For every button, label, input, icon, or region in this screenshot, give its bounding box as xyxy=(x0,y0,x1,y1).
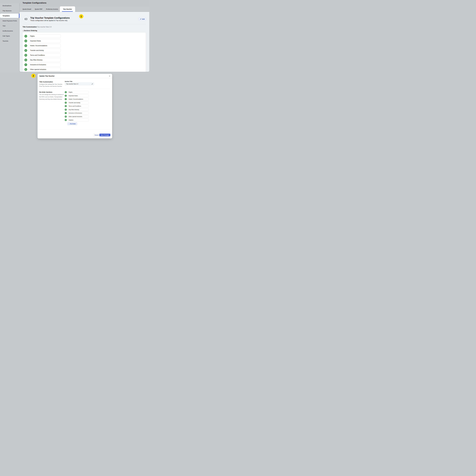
reorder-row: 5 Terms and Conditions xyxy=(65,105,89,107)
section-row: 5 Terms and Conditions xyxy=(24,53,146,57)
sidebar-item-label: Inc/Exclusions xyxy=(2,30,13,32)
reorder-button-label: Re-Order xyxy=(70,123,76,124)
tab-label: Quote PDF xyxy=(35,8,42,10)
sidebar-item-tc[interactable]: T&C xyxy=(0,23,19,28)
section-title-value: Trip voucher New 2.0 xyxy=(66,83,78,85)
section-label-box[interactable]: Day Wise Itinerary xyxy=(68,108,89,111)
sections-ordering-card: 1 Flights 2 Important Notes 3 Hotels / A… xyxy=(23,32,146,72)
tab-bar: Quote Email Quote PDF Proforma Invoice T… xyxy=(20,6,149,12)
section-label-box[interactable]: Flights xyxy=(68,91,89,93)
section-number-badge: 2 xyxy=(65,95,67,97)
reorder-row: 8 Other special inclusions xyxy=(65,115,89,118)
reorder-row: 3 Hotels / Accommodations xyxy=(65,98,89,101)
sidebar-item-label: Hotel Payment Prefs xyxy=(2,20,17,22)
panel-heading: Trip Voucher Template Configurations xyxy=(30,17,70,19)
section-number-badge: 1 xyxy=(24,35,27,37)
active-sidebar-indicator xyxy=(19,14,19,18)
section-label-box[interactable]: Important Notes xyxy=(68,94,89,97)
divider xyxy=(23,24,146,24)
modal-title-customization-description: Configure title settings like Tour Vouch… xyxy=(39,83,64,87)
section-label-box[interactable]: Terms and Conditions xyxy=(68,105,89,107)
section-row: 8 Other special inclusions xyxy=(24,68,146,71)
section-number-badge: 4 xyxy=(24,49,27,52)
reorder-button[interactable]: ↑↓ Re-Order xyxy=(68,122,77,125)
section-label-box[interactable]: Inclusions & Exclusions xyxy=(68,112,89,114)
reorder-row: 2 Important Notes xyxy=(65,94,89,97)
section-number-badge: 8 xyxy=(24,68,27,71)
sidebar-item-label: Trip Sources xyxy=(2,10,12,12)
section-title-input[interactable]: Trip voucher New 2.0 xyxy=(65,83,94,85)
sidebar-item-trip-sources[interactable]: Trip Sources xyxy=(0,8,19,13)
sidebar-item-templates[interactable]: Templates xyxy=(0,14,19,18)
edit-button-label: Edit xyxy=(142,18,145,20)
sidebar-item-destinations[interactable]: Destinations xyxy=(0,3,19,8)
tab-quote-email[interactable]: Quote Email xyxy=(21,7,33,12)
section-number-badge: 5 xyxy=(24,54,27,57)
section-label-box[interactable]: Transfer and Activity xyxy=(68,102,89,104)
section-label-box: Terms and Conditions xyxy=(28,53,61,57)
ticket-icon xyxy=(24,17,28,21)
modal-title-customization-heading: Title Customization xyxy=(39,81,53,83)
reorder-sections-list: 1 Flights 2 Important Notes 3 Hotels / A… xyxy=(65,91,89,122)
tab-quote-pdf[interactable]: Quote PDF xyxy=(33,7,44,12)
section-number-badge: 8 xyxy=(65,116,67,118)
reorder-row: 4 Transfer and Activity xyxy=(65,102,89,104)
tab-proforma-invoice[interactable]: Proforma Invoice xyxy=(44,7,60,12)
sections-ordering-label: Sections Ordering xyxy=(24,30,37,32)
section-label-box[interactable]: Other special inclusions xyxy=(68,115,89,118)
section-number-badge: 3 xyxy=(24,44,27,47)
close-icon[interactable]: ✕ xyxy=(108,75,111,77)
section-label-box: Hotels / Accommodations xyxy=(28,44,61,48)
modal-header: Update Trip Voucher xyxy=(37,74,112,78)
section-title-label: Section Title xyxy=(65,81,72,82)
section-row: 2 Important Notes xyxy=(24,39,146,43)
sidebar-item-cab-types[interactable]: Cab Types xyxy=(0,34,19,38)
screen: Template Configurations Quote Email Quot… xyxy=(0,0,149,141)
section-number-badge: 9 xyxy=(65,119,67,121)
section-number-badge: 2 xyxy=(24,40,27,42)
section-row: 7 Inclusions & Exclusions xyxy=(24,63,146,67)
sidebar: Destinations Trip Sources Templates Hote… xyxy=(0,3,20,72)
section-label-box[interactable]: Hotels / Accommodations xyxy=(68,98,89,101)
sidebar-item-tourists[interactable]: Tourists xyxy=(0,38,19,44)
section-label-box: Flights xyxy=(28,34,61,38)
cancel-button[interactable]: Cancel xyxy=(93,134,100,136)
section-row: 3 Hotels / Accommodations xyxy=(24,44,146,48)
modal-title: Update Trip Voucher xyxy=(39,75,54,77)
section-label-box: Inclusions & Exclusions xyxy=(28,63,61,67)
section-label-box: Important Notes xyxy=(28,39,61,43)
tab-label: Quote Email xyxy=(23,8,31,10)
title-customization-label: Title Customization: xyxy=(23,26,37,28)
trip-voucher-config-panel: Trip Voucher Template Configurations The… xyxy=(20,12,149,72)
save-changes-button[interactable]: Save Changes xyxy=(99,134,110,136)
page-title: Template Configurations xyxy=(23,2,46,4)
section-number-badge: 4 xyxy=(65,102,67,104)
sidebar-item-hotel-payment-prefs[interactable]: Hotel Payment Prefs xyxy=(0,18,19,23)
active-tab-indicator xyxy=(62,11,73,12)
edit-pencil-icon[interactable] xyxy=(91,83,93,85)
sidebar-item-label: Tourists xyxy=(2,40,8,42)
reorder-sections-heading: Re-Order Sections xyxy=(39,91,52,93)
reorder-row: 1 Flights xyxy=(65,91,89,93)
title-customization-value: Trip voucher New 2.0 xyxy=(37,26,51,28)
section-number-badge: 7 xyxy=(65,112,67,114)
section-row: 1 Flights xyxy=(24,34,146,38)
sidebar-item-inc-exclusions[interactable]: Inc/Exclusions xyxy=(0,28,19,34)
up-down-arrows-icon: ↑↓ xyxy=(23,30,24,32)
tab-label: Proforma Invoice xyxy=(46,8,58,10)
sidebar-item-label: Cab Types xyxy=(2,35,10,37)
section-label-box[interactable]: Helpline xyxy=(68,119,89,121)
section-label-box: Other special inclusions xyxy=(28,68,61,71)
section-number-badge: 7 xyxy=(24,63,27,66)
tab-trip-voucher[interactable]: Trip Voucher xyxy=(60,6,75,12)
section-row: 4 Transfer and Activity xyxy=(24,49,146,52)
edit-button[interactable]: Edit xyxy=(138,17,146,20)
section-label-box: Day Wise Itinerary xyxy=(28,58,61,62)
section-number-badge: 6 xyxy=(65,109,67,111)
title-customization-line: Title Customization:Trip voucher New 2.0 xyxy=(23,26,51,28)
section-number-badge: 1 xyxy=(65,91,67,93)
sections-ordering-heading: ↑↓ Sections Ordering xyxy=(23,30,37,32)
annotation-step-2: 2 xyxy=(31,74,35,78)
tab-label: Trip Voucher xyxy=(63,8,72,10)
sidebar-item-label: Templates xyxy=(2,15,10,17)
